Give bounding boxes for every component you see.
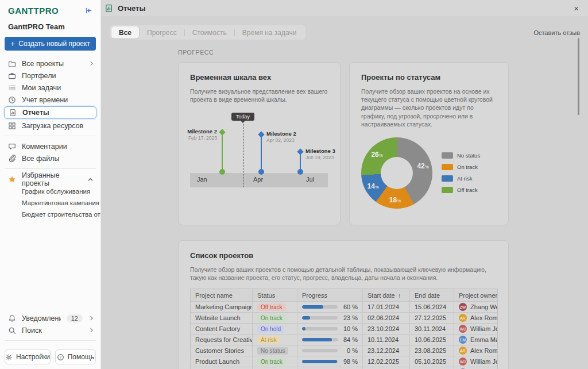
- owner-name: William Johnson: [470, 358, 497, 365]
- sidebar-menu: Все проектыПортфелиМои задачиУчет времен…: [0, 57, 100, 132]
- table-row[interactable]: Website LaunchOn track23 %02.06.202427.1…: [191, 313, 497, 324]
- create-project-button[interactable]: + Создать новый проект: [5, 37, 96, 51]
- cell-end-date: 27.12.2025: [410, 313, 454, 323]
- clock-icon: [8, 96, 16, 104]
- project-table: Project nameStatusProgressStart date↑End…: [190, 289, 498, 369]
- chevron-right-icon: [88, 315, 95, 321]
- collapse-sidebar-icon[interactable]: [85, 7, 92, 14]
- cell-status: On track: [253, 356, 297, 367]
- donut-legend: No statusOn trackAt riskOff track: [442, 152, 480, 193]
- chevron-up-icon: [87, 176, 94, 183]
- status-donut-chart: 42%18%14%26%: [361, 137, 432, 209]
- chevron-right-icon: [88, 327, 95, 333]
- chevron-right-icon: [88, 60, 95, 67]
- sidebar-item-label: Загрузка ресурсов: [22, 122, 95, 130]
- sidebar: GANTTPRO GanttPRO Team + Создать новый п…: [0, 0, 101, 369]
- table-row[interactable]: Customer StoriesNo status0 %23.12.202423…: [191, 345, 497, 356]
- portfolio-icon: [8, 72, 16, 80]
- sidebar-item-workload[interactable]: Загрузка ресурсов: [0, 120, 100, 132]
- svg-text:?: ?: [59, 355, 61, 359]
- sidebar-item-clock[interactable]: Учет времени: [0, 94, 100, 106]
- column-header-4[interactable]: End date: [410, 289, 454, 301]
- favorite-project-item[interactable]: Бюджет строительства отеля: [0, 209, 100, 220]
- tab-2[interactable]: Стоимость: [185, 26, 234, 39]
- owner-name: Alex Roma: [470, 347, 497, 354]
- comments-icon: [8, 143, 16, 151]
- avatar: AR: [459, 314, 467, 322]
- table-row[interactable]: Requests for Creative Produ...At risk84 …: [191, 335, 497, 345]
- avatar: ZW: [459, 303, 467, 311]
- cell-end-date: 30.11.2024: [410, 324, 454, 334]
- status-badge: At risk: [257, 336, 280, 344]
- milestone-label: Milestone 3Jun 19, 2023: [305, 148, 335, 161]
- sidebar-item-folder[interactable]: Все проекты: [0, 57, 100, 70]
- column-header-5[interactable]: Project owner: [454, 289, 497, 301]
- sidebar-item-report[interactable]: Отчеты: [4, 106, 96, 119]
- feedback-link[interactable]: Оставить отзыв: [533, 29, 580, 36]
- cell-project-name: Marketing Campaign: [191, 302, 253, 312]
- reports-panel: Отчеты × ВсеПрогрессСтоимостьВремя на за…: [101, 0, 588, 369]
- favorites-header[interactable]: Избранные проекты: [0, 173, 100, 186]
- vertical-scrollbar[interactable]: [578, 38, 579, 115]
- cell-start-date: 23.10.2024: [363, 324, 410, 334]
- owner-name: Zhang Wei: [470, 303, 497, 310]
- column-header-1[interactable]: Status: [253, 289, 297, 301]
- table-row[interactable]: Product LaunchOn track98 %12.02.202505.1…: [191, 356, 497, 367]
- close-icon[interactable]: ×: [574, 4, 579, 13]
- card-title: Список проектов: [190, 251, 497, 260]
- status-badge: No status: [257, 347, 288, 355]
- page-title: Отчеты: [118, 4, 146, 13]
- favorite-project-item[interactable]: График обслуживания: [0, 186, 100, 197]
- column-header-3[interactable]: Start date↑: [363, 289, 410, 301]
- sidebar-item-label: Отчеты: [22, 109, 90, 117]
- help-button[interactable]: ? Помощь: [55, 349, 96, 364]
- cell-status: No status: [253, 345, 297, 356]
- cell-status: At risk: [253, 335, 297, 345]
- favorites-list: График обслуживанияМаркетинговая кампани…: [0, 186, 100, 220]
- sidebar-item-search[interactable]: Поиск: [0, 324, 100, 336]
- divider: [5, 168, 96, 169]
- sidebar-item-portfolio[interactable]: Портфели: [0, 70, 100, 82]
- legend-label: At risk: [457, 175, 472, 182]
- status-badge: On hold: [257, 325, 284, 333]
- tab-1[interactable]: Прогресс: [140, 26, 184, 39]
- milestone-label: Milestone 2Feb 17, 2023: [187, 128, 217, 141]
- progress-value: 23 %: [343, 314, 358, 321]
- sidebar-item-files[interactable]: Все файлы: [0, 152, 100, 164]
- project-list-card[interactable]: Список проектов Получите обзор ваших про…: [178, 240, 509, 369]
- sort-arrow-icon: ↑: [398, 292, 401, 299]
- settings-button[interactable]: Настройки: [5, 349, 51, 364]
- today-line: [243, 124, 243, 187]
- team-name[interactable]: GanttPRO Team: [0, 18, 100, 37]
- tab-3[interactable]: Время на задачи: [235, 26, 304, 39]
- owner-name: Alex Roma: [470, 314, 497, 321]
- cell-status: On track: [253, 313, 297, 323]
- folder-icon: [8, 60, 16, 68]
- sidebar-item-notifications[interactable]: Уведомления 12: [0, 312, 100, 324]
- projects-by-status-card[interactable]: Проекты по статусам Получите обзор ваших…: [349, 62, 509, 225]
- cell-start-date: 10.11.2024: [363, 335, 410, 345]
- legend-swatch: [442, 152, 453, 159]
- table-row[interactable]: Marketing CampaignOff track60 %17.01.202…: [191, 302, 497, 313]
- cell-project-name: Requests for Creative Produ...: [191, 335, 253, 345]
- sidebar-item-tasks[interactable]: Мои задачи: [0, 82, 100, 94]
- sidebar-item-comments[interactable]: Комментарии: [0, 140, 100, 152]
- cell-project-owner: WJWilliam Johnson: [454, 324, 497, 334]
- tab-all[interactable]: Все: [111, 26, 139, 39]
- favorite-project-item[interactable]: Маркетинговая кампания: [0, 197, 100, 209]
- divider: [5, 136, 96, 136]
- status-badge: Off track: [257, 303, 286, 311]
- progress-bar: [302, 360, 338, 363]
- table-row[interactable]: Content FactoryOn hold10 %23.10.202430.1…: [191, 324, 497, 335]
- column-header-0[interactable]: Project name: [191, 289, 253, 301]
- search-icon: [8, 326, 16, 335]
- milestone-label: Milestone 2Apr 02, 2023: [266, 130, 296, 144]
- milestone-timeline-card[interactable]: Временная шкала вех Получите визуальное …: [178, 62, 341, 225]
- workload-icon: [8, 122, 16, 130]
- reports-tabbar: ВсеПрогрессСтоимостьВремя на задачи: [110, 25, 305, 40]
- column-header-2[interactable]: Progress: [297, 289, 363, 301]
- card-description: Получите обзор ваших проектов на основе …: [361, 87, 497, 128]
- card-description: Получите обзор ваших проектов с помощью …: [190, 266, 497, 282]
- status-badge: On track: [257, 314, 286, 322]
- cell-status: Off track: [253, 302, 297, 312]
